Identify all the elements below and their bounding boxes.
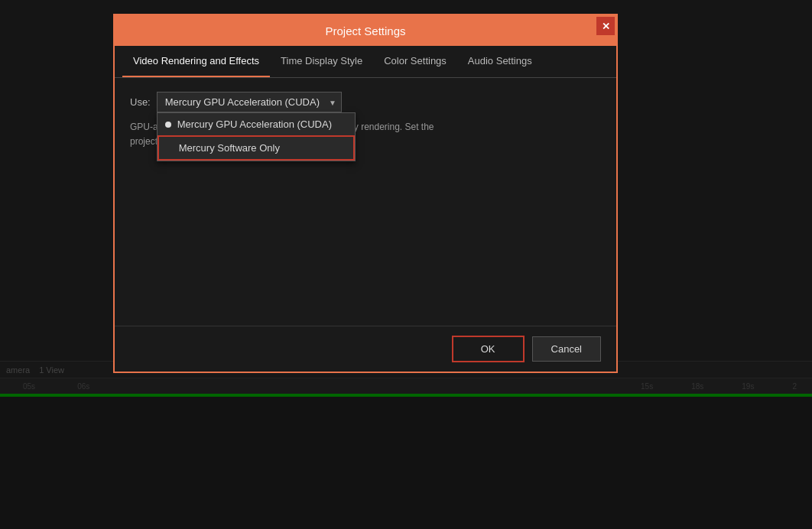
renderer-dropdown-wrapper: Mercury GPU Acceleration (CUDA) ▼ Mercur… [157, 92, 342, 112]
use-row: Use: Mercury GPU Acceleration (CUDA) ▼ M… [130, 92, 601, 112]
tab-color-settings[interactable]: Color Settings [373, 46, 457, 77]
renderer-dropdown-menu: Mercury GPU Acceleration (CUDA) Mercury … [157, 112, 356, 161]
tab-audio-settings[interactable]: Audio Settings [457, 46, 543, 77]
tab-body-video-rendering: Use: Mercury GPU Acceleration (CUDA) ▼ M… [115, 78, 616, 326]
dropdown-option-software[interactable]: Mercury Software Only [158, 135, 355, 161]
dropdown-selected-value: Mercury GPU Acceleration (CUDA) [165, 96, 320, 108]
project-settings-dialog: Project Settings ✕ Video Rendering and E… [113, 14, 618, 373]
dialog-footer: OK Cancel [115, 326, 616, 372]
dropdown-option-software-label: Mercury Software Only [179, 142, 346, 154]
dialog-title: Project Settings [325, 24, 405, 37]
radio-dot-cuda [165, 122, 171, 128]
dialog-content: Video Rendering and Effects Time Display… [115, 46, 616, 372]
use-label: Use: [130, 96, 151, 108]
renderer-dropdown[interactable]: Mercury GPU Acceleration (CUDA) ▼ [157, 92, 342, 112]
tab-video-rendering[interactable]: Video Rendering and Effects [122, 46, 270, 77]
ok-button[interactable]: OK [452, 336, 525, 362]
cancel-button[interactable]: Cancel [532, 336, 601, 362]
tab-time-display[interactable]: Time Display Style [270, 46, 373, 77]
dropdown-option-cuda[interactable]: Mercury GPU Acceleration (CUDA) [158, 113, 355, 135]
dialog-titlebar: Project Settings ✕ [115, 15, 616, 46]
dropdown-option-cuda-label: Mercury GPU Acceleration (CUDA) [177, 118, 347, 130]
dropdown-arrow-icon: ▼ [329, 98, 336, 106]
tabs-bar: Video Rendering and Effects Time Display… [115, 46, 616, 78]
close-button[interactable]: ✕ [595, 15, 616, 37]
